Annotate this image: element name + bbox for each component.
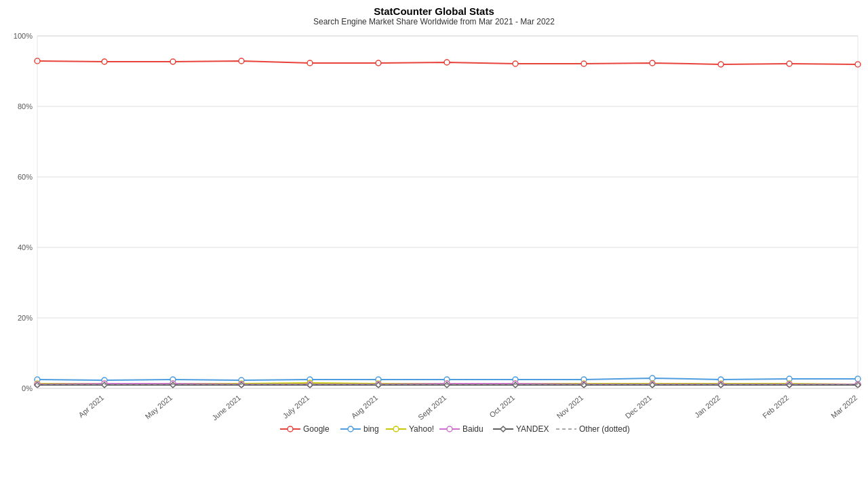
google-dot-6	[444, 60, 450, 65]
xlabel-oct2021: Oct 2021	[488, 393, 516, 419]
google-dot-4	[307, 60, 313, 66]
xlabel-nov2021: Nov 2021	[555, 393, 585, 420]
xlabel-apr2021: Apr 2021	[77, 393, 105, 419]
xlabel-feb2022: Feb 2022	[761, 393, 790, 420]
xlabel-dec2021: Dec 2021	[623, 393, 653, 420]
xlabel-may2021: May 2021	[144, 393, 174, 420]
google-dot-11	[787, 61, 792, 66]
ylabel-100: 100%	[14, 32, 33, 40]
google-dot-3	[239, 58, 244, 64]
legend-yandex-label: YANDEX	[516, 424, 549, 434]
google-dot-10	[718, 62, 724, 67]
legend-yahoo-dot	[393, 426, 399, 432]
xlabel-sept2021: Sept 2021	[416, 393, 448, 421]
legend-yahoo-label: Yahoo!	[409, 424, 434, 434]
xlabel-june2021: June 2021	[210, 393, 242, 422]
legend-google-label: Google	[303, 424, 330, 434]
google-dot-2	[170, 59, 176, 64]
legend-other-label: Other (dotted)	[579, 424, 630, 434]
xlabel-july2021: July 2021	[281, 393, 311, 420]
bing-dot-9	[650, 375, 655, 381]
google-dot-8	[581, 61, 587, 66]
legend-yandex-dot	[500, 426, 506, 432]
ylabel-60: 60%	[18, 173, 33, 181]
xlabel-aug2021: Aug 2021	[349, 393, 379, 420]
google-dot-1	[102, 59, 107, 64]
xlabel-jan2022: Jan 2022	[693, 393, 722, 419]
main-chart-svg: 100% 80% 60% 40% 20% 0% Apr 2021 May 202…	[0, 29, 868, 449]
legend-google-dot	[288, 426, 293, 432]
legend-bing-label: bing	[363, 424, 379, 434]
chart-title: StatCounter Global Stats	[0, 0, 868, 17]
ylabel-0: 0%	[22, 384, 33, 392]
chart-border	[37, 36, 858, 388]
google-dot-7	[513, 61, 518, 66]
legend-bing-dot	[348, 426, 353, 432]
ylabel-80: 80%	[18, 102, 33, 110]
google-dot-5	[376, 60, 381, 66]
ylabel-20: 20%	[18, 314, 33, 322]
chart-subtitle: Search Engine Market Share Worldwide fro…	[0, 17, 868, 26]
google-dot-9	[650, 60, 655, 66]
xlabel-mar2022: Mar 2022	[829, 393, 859, 420]
ylabel-40: 40%	[18, 243, 33, 251]
chart-container: StatCounter Global Stats Search Engine M…	[0, 0, 868, 488]
legend-baidu-dot	[447, 426, 452, 432]
legend-baidu-label: Baidu	[462, 424, 484, 434]
